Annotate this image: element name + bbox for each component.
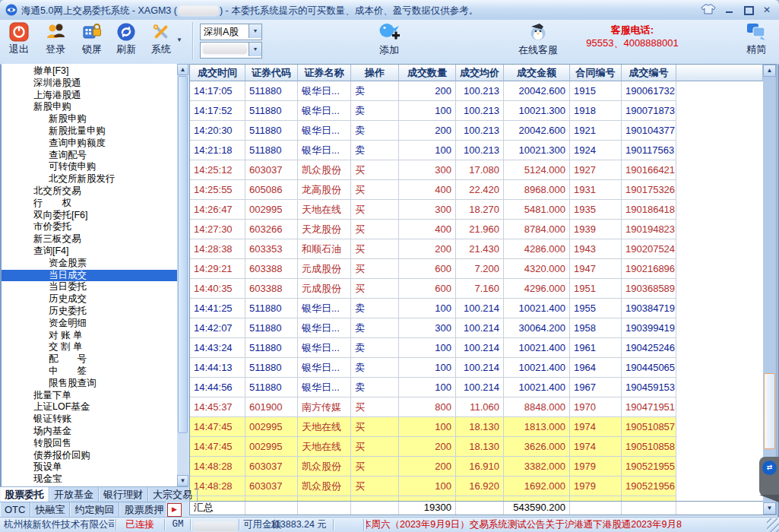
- sidebar-item[interactable]: 上证LOF基金: [2, 401, 177, 413]
- scroll-down-icon[interactable]: ▼: [177, 475, 188, 486]
- sidebar-item[interactable]: 市价委托: [2, 221, 177, 233]
- table-row[interactable]: 14:48:28 603037 凯众股份 买 100 16.920 1692.0…: [190, 477, 763, 496]
- tab[interactable]: 股票委托: [0, 487, 49, 502]
- tab[interactable]: 股票质押: [119, 502, 169, 518]
- tab[interactable]: 开放基金: [49, 487, 99, 502]
- sidebar-item[interactable]: 现金宝: [2, 473, 177, 486]
- table-row[interactable]: 14:17:52 511880 银华日... 卖 100 100.213 100…: [190, 101, 763, 121]
- col-header-qty[interactable]: 成交数量: [399, 65, 456, 81]
- sidebar-scrollbar[interactable]: ▲ ▼: [177, 64, 188, 486]
- sidebar-item[interactable]: 当日成交: [2, 270, 177, 282]
- sidebar-item[interactable]: 场内基金: [2, 426, 177, 438]
- chevron-down-icon[interactable]: ▼: [249, 43, 261, 56]
- sidebar-item[interactable]: 转股回售: [2, 438, 177, 450]
- sidebar-scroll-thumb[interactable]: [178, 76, 188, 433]
- simplify-button[interactable]: 精简: [736, 23, 776, 55]
- col-header-serial[interactable]: 成交编号: [622, 65, 676, 81]
- table-row[interactable]: 14:44:56 511880 银华日... 卖 100 100.214 100…: [190, 378, 763, 397]
- sidebar-item[interactable]: 新三板交易: [2, 233, 177, 245]
- table-scrollbar[interactable]: ▲ ▼: [763, 65, 776, 515]
- refresh-button[interactable]: 刷新: [109, 21, 144, 61]
- col-header-contract[interactable]: 合同编号: [570, 65, 622, 81]
- online-service-button[interactable]: 在线客服: [514, 21, 562, 55]
- sidebar-item[interactable]: 查询申购额度: [2, 138, 177, 150]
- sidebar-item[interactable]: 双向委托[F6]: [2, 210, 177, 222]
- table-row[interactable]: 14:17:05 511880 银华日... 卖 200 100.213 200…: [190, 81, 763, 101]
- sidebar-item[interactable]: 新股申购: [2, 113, 177, 125]
- table-row[interactable]: 14:47:45 002995 天地在线 买 200 18.130 3626.0…: [190, 437, 763, 457]
- sidebar-item[interactable]: 预设单: [2, 461, 177, 473]
- scroll-down-icon[interactable]: ▼: [763, 502, 776, 515]
- table-row[interactable]: 14:47:45 002995 天地在线 买 100 18.130 1813.0…: [190, 417, 763, 437]
- toolbar-more-arrow-icon[interactable]: ▼: [176, 36, 182, 43]
- table-row[interactable]: 14:40:35 603388 元成股份 买 600 7.160 4296.00…: [190, 279, 763, 299]
- col-header-name[interactable]: 证券名称: [298, 65, 351, 81]
- tab[interactable]: 快融宝: [30, 502, 70, 518]
- table-row[interactable]: 14:21:18 511880 银华日... 卖 100 100.213 100…: [190, 141, 763, 160]
- col-header-side[interactable]: 操作: [351, 65, 399, 81]
- tab[interactable]: 银行理财: [99, 487, 148, 502]
- sidebar-item[interactable]: 债券报价回购: [2, 450, 177, 462]
- table-row[interactable]: 14:29:21 603388 元成股份 买 600 7.200 4320.00…: [190, 259, 763, 279]
- table-row[interactable]: 14:43:24 511880 银华日... 卖 100 100.214 100…: [190, 338, 763, 358]
- sidebar-item[interactable]: 中 签: [2, 366, 177, 378]
- table-row[interactable]: 14:44:13 511880 银华日... 卖 100 100.214 100…: [190, 358, 763, 378]
- col-header-code[interactable]: 证券代码: [245, 65, 298, 81]
- col-header-time[interactable]: 成交时间: [190, 65, 245, 81]
- close-button[interactable]: ✕: [760, 3, 774, 17]
- sidebar-item[interactable]: 配 号: [2, 353, 177, 366]
- sidebar-item[interactable]: 批量下单: [2, 390, 177, 402]
- sidebar-item[interactable]: 北交所新股发行: [2, 173, 177, 185]
- skin-shirt-icon[interactable]: [699, 3, 717, 17]
- col-header-amount[interactable]: 成交金额: [504, 65, 570, 81]
- tab[interactable]: 大宗交易: [148, 487, 198, 502]
- tab[interactable]: OTC: [0, 502, 30, 518]
- minimize-button[interactable]: [722, 3, 736, 17]
- sidebar-item[interactable]: 历史委托: [2, 306, 177, 318]
- sidebar-item[interactable]: 当日委托: [2, 281, 177, 293]
- login-button[interactable]: 登录: [38, 21, 73, 61]
- resize-grip[interactable]: [767, 518, 779, 532]
- sidebar-item[interactable]: 深圳港股通: [2, 78, 177, 90]
- table-row[interactable]: 14:25:55 605086 龙高股份 买 400 22.420 8968.0…: [190, 180, 763, 200]
- sidebar-item[interactable]: 交 割 单: [2, 341, 177, 353]
- tab-overflow-arrow-icon[interactable]: ▶: [167, 503, 182, 517]
- table-row[interactable]: 14:20:30 511880 银华日... 卖 200 100.213 200…: [190, 121, 763, 141]
- maximize-button[interactable]: [742, 3, 755, 17]
- sidebar-item[interactable]: 历史成交: [2, 293, 177, 306]
- col-header-price[interactable]: 成交均价: [456, 65, 504, 81]
- sidebar-item[interactable]: 可转债申购: [2, 161, 177, 173]
- sidebar-item[interactable]: 撤单[F3]: [2, 65, 177, 78]
- remote-assist-badge[interactable]: ⇄: [759, 457, 779, 496]
- sidebar-item[interactable]: 限售股查询: [2, 378, 177, 390]
- market-select[interactable]: 深圳A股 ▼: [200, 24, 262, 40]
- table-scroll-thumb[interactable]: [764, 373, 775, 449]
- table-row[interactable]: 14:41:25 511880 银华日... 卖 100 100.214 100…: [190, 299, 763, 318]
- add-button[interactable]: 添加: [371, 21, 407, 55]
- sidebar-item[interactable]: 查询[F4]: [2, 245, 177, 258]
- sidebar-item[interactable]: 资金股票: [2, 258, 177, 270]
- sidebar-item[interactable]: 查询配号: [2, 150, 177, 162]
- table-row[interactable]: 14:48:28 603037 凯众股份 买 200 16.910 3382.0…: [190, 457, 763, 477]
- scroll-up-icon[interactable]: ▲: [763, 65, 776, 77]
- sidebar-item[interactable]: 北交所交易: [2, 185, 177, 198]
- table-row[interactable]: 14:42:07 511880 银华日... 卖 300 100.214 300…: [190, 318, 763, 338]
- sidebar-item[interactable]: 资金明细: [2, 318, 177, 330]
- chevron-down-icon[interactable]: ▼: [249, 24, 261, 38]
- sidebar-item[interactable]: 上海港股通: [2, 90, 177, 102]
- lock-screen-button[interactable]: 锁屏: [74, 21, 109, 61]
- scroll-up-icon[interactable]: ▲: [177, 64, 188, 75]
- sidebar-item[interactable]: 对 账 单: [2, 330, 177, 342]
- account-select[interactable]: ▼: [200, 42, 262, 59]
- sidebar-item[interactable]: 新股申购: [2, 101, 177, 113]
- table-row[interactable]: 14:26:47 002995 天地在线 买 300 18.270 5481.0…: [190, 200, 763, 220]
- sidebar-item[interactable]: 银证转账: [2, 413, 177, 426]
- table-row[interactable]: 14:45:37 601900 南方传媒 买 800 11.060 8848.0…: [190, 397, 763, 417]
- sidebar-item[interactable]: 行 权: [2, 198, 177, 210]
- exit-button[interactable]: 退出: [2, 21, 36, 61]
- sidebar-item[interactable]: 新股批量申购: [2, 125, 177, 138]
- table-row[interactable]: 14:25:12 603037 凯众股份 买 300 17.080 5124.0…: [190, 160, 763, 180]
- table-row[interactable]: 14:28:38 603353 和顺石油 买 200 21.430 4286.0…: [190, 239, 763, 259]
- table-row[interactable]: 14:27:30 603266 天龙股份 买 400 21.960 8784.0…: [190, 220, 763, 239]
- system-button[interactable]: 系统: [144, 21, 179, 61]
